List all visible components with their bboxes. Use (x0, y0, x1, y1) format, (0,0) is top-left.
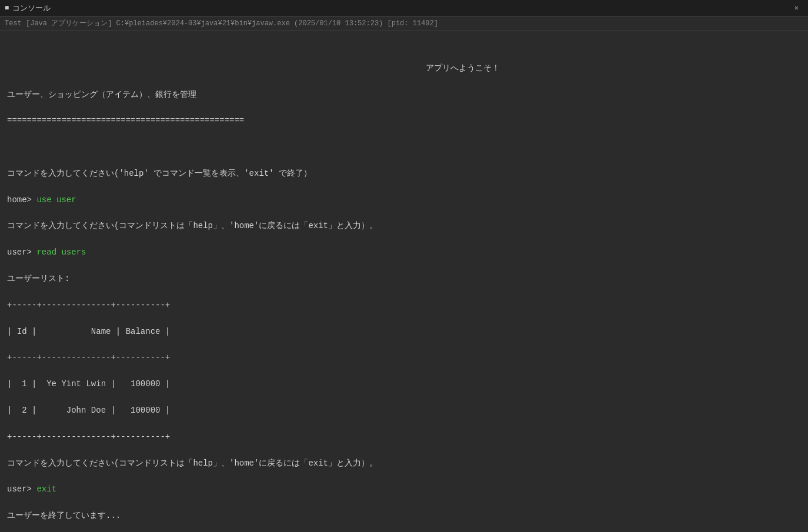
cmd-read-users-line: user> read users (7, 246, 801, 259)
welcome-line1: アプリへようこそ！ (125, 62, 801, 75)
user-table-border2: +-----+--------------+----------+ (7, 351, 801, 364)
user-row2: | 2 | John Doe | 100000 | (7, 404, 801, 417)
user-list-label: ユーザーリスト: (7, 272, 801, 285)
process-info-text: Test [Java アプリケーション] C:¥pleiades¥2024-03… (5, 18, 438, 28)
console-content: アプリへようこそ！ ユーザー、ショッピング（アイテム）、銀行を管理 ======… (0, 31, 808, 532)
title-bar-label: コンソール (12, 3, 790, 14)
user-table-header: | Id | Name | Balance | (7, 325, 801, 338)
user-table-border1: +-----+--------------+----------+ (7, 299, 801, 312)
cmd-use-user-line: home> use user (7, 193, 801, 206)
prompt-home-initial: コマンドを入力してください('help' でコマンド一覧を表示、'exit' で… (7, 167, 801, 180)
title-bar: ■ コンソール ✕ (0, 0, 808, 16)
prompt-user1: コマンドを入力してください(コマンドリストは「help」、'home'に戻るには… (7, 219, 801, 232)
close-button[interactable]: ✕ (790, 2, 803, 14)
user-row1: | 1 | Ye Yint Lwin | 100000 | (7, 377, 801, 390)
exit-msg: ユーザーを終了しています... (7, 509, 801, 522)
blank1 (7, 140, 801, 153)
title-bar-icon: ■ (5, 4, 9, 12)
process-info: Test [Java アプリケーション] C:¥pleiades¥2024-03… (0, 16, 808, 31)
cmd-exit-line: user> exit (7, 483, 801, 496)
prompt-user2: コマンドを入力してください(コマンドリストは「help」、'home'に戻るには… (7, 457, 801, 470)
welcome-line2: ユーザー、ショッピング（アイテム）、銀行を管理 (7, 88, 801, 101)
user-table-border3: +-----+--------------+----------+ (7, 430, 801, 443)
separator1: ========================================… (7, 114, 801, 127)
